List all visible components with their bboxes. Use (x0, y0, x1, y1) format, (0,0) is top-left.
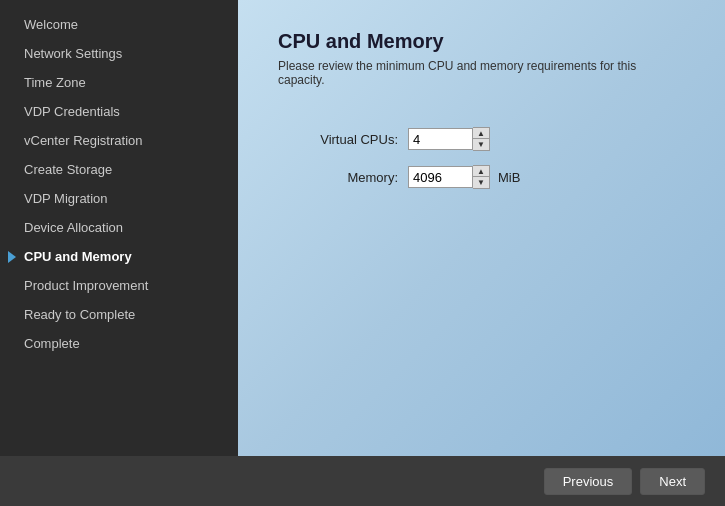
sidebar-item-label: Complete (24, 336, 80, 351)
spinbox-buttons-0: ▲▼ (473, 127, 490, 151)
sidebar-item-label: Device Allocation (24, 220, 123, 235)
spinbox-up-1[interactable]: ▲ (473, 166, 489, 177)
sidebar-item-time-zone[interactable]: Time Zone (0, 68, 238, 97)
spinbox-input-0[interactable] (408, 128, 473, 150)
sidebar-item-welcome[interactable]: Welcome (0, 10, 238, 39)
sidebar-item-ready-to-complete[interactable]: Ready to Complete (0, 300, 238, 329)
sidebar-item-label: Network Settings (24, 46, 122, 61)
form-row-0: Virtual CPUs:▲▼ (278, 127, 685, 151)
page-title: CPU and Memory (278, 30, 685, 53)
sidebar-item-cpu-and-memory[interactable]: CPU and Memory (0, 242, 238, 271)
field-label-0: Virtual CPUs: (278, 132, 398, 147)
main-container: WelcomeNetwork SettingsTime ZoneVDP Cred… (0, 0, 725, 456)
sidebar-item-device-allocation[interactable]: Device Allocation (0, 213, 238, 242)
sidebar-item-label: Product Improvement (24, 278, 148, 293)
sidebar-item-label: VDP Migration (24, 191, 108, 206)
spinbox-buttons-1: ▲▼ (473, 165, 490, 189)
sidebar-item-label: Time Zone (24, 75, 86, 90)
unit-label-1: MiB (498, 170, 520, 185)
sidebar-item-complete[interactable]: Complete (0, 329, 238, 358)
previous-button[interactable]: Previous (544, 468, 633, 495)
sidebar-item-label: vCenter Registration (24, 133, 143, 148)
sidebar-item-network-settings[interactable]: Network Settings (0, 39, 238, 68)
form-area: Virtual CPUs:▲▼Memory:▲▼MiB (278, 127, 685, 189)
sidebar-item-label: CPU and Memory (24, 249, 132, 264)
spinbox-up-0[interactable]: ▲ (473, 128, 489, 139)
sidebar-item-vdp-credentials[interactable]: VDP Credentials (0, 97, 238, 126)
footer: Previous Next (0, 456, 725, 506)
sidebar-item-vdp-migration[interactable]: VDP Migration (0, 184, 238, 213)
sidebar-item-vcenter-registration[interactable]: vCenter Registration (0, 126, 238, 155)
spinbox-0: ▲▼ (408, 127, 490, 151)
spinbox-1: ▲▼MiB (408, 165, 520, 189)
sidebar-item-label: VDP Credentials (24, 104, 120, 119)
page-subtitle: Please review the minimum CPU and memory… (278, 59, 685, 87)
form-row-1: Memory:▲▼MiB (278, 165, 685, 189)
field-label-1: Memory: (278, 170, 398, 185)
sidebar-item-create-storage[interactable]: Create Storage (0, 155, 238, 184)
sidebar-item-label: Welcome (24, 17, 78, 32)
sidebar-item-label: Create Storage (24, 162, 112, 177)
sidebar-item-product-improvement[interactable]: Product Improvement (0, 271, 238, 300)
sidebar-item-label: Ready to Complete (24, 307, 135, 322)
sidebar: WelcomeNetwork SettingsTime ZoneVDP Cred… (0, 0, 238, 456)
spinbox-down-1[interactable]: ▼ (473, 177, 489, 188)
spinbox-down-0[interactable]: ▼ (473, 139, 489, 150)
next-button[interactable]: Next (640, 468, 705, 495)
spinbox-input-1[interactable] (408, 166, 473, 188)
content-area: CPU and Memory Please review the minimum… (238, 0, 725, 456)
